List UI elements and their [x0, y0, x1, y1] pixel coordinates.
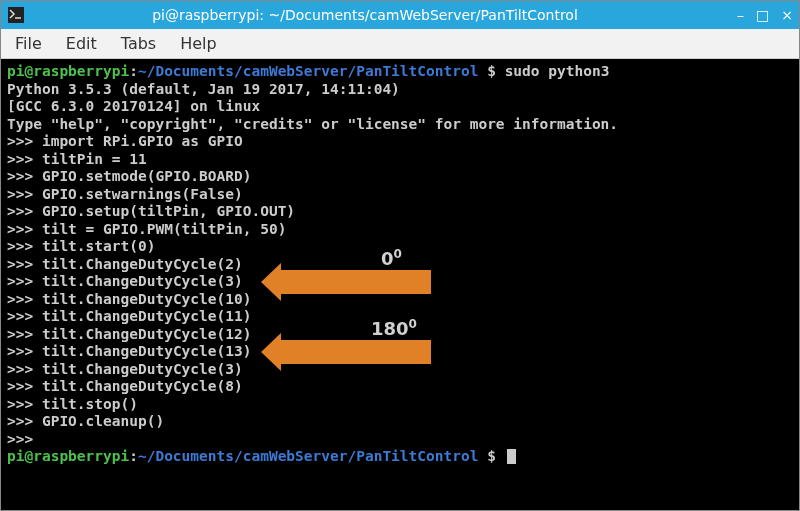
- terminal-line: [GCC 6.3.0 20170124] on linux: [7, 98, 793, 116]
- titlebar: pi@raspberrypi: ~/Documents/camWebServer…: [1, 1, 799, 29]
- terminal-line: >>>: [7, 431, 793, 449]
- menu-edit[interactable]: Edit: [56, 32, 107, 55]
- minimize-button[interactable]: –: [737, 7, 744, 23]
- terminal-line: >>> tilt.start(0): [7, 238, 793, 256]
- terminal-line: >>> tilt.ChangeDutyCycle(11): [7, 308, 793, 326]
- close-button[interactable]: ×: [781, 7, 793, 23]
- terminal-line: >>> import RPi.GPIO as GPIO: [7, 133, 793, 151]
- terminal-line: Type "help", "copyright", "credits" or "…: [7, 116, 793, 134]
- terminal-line: >>> tilt = GPIO.PWM(tiltPin, 50): [7, 221, 793, 239]
- terminal-line: >>> tilt.ChangeDutyCycle(10): [7, 291, 793, 309]
- terminal-line: >>> tilt.ChangeDutyCycle(12): [7, 326, 793, 344]
- terminal-line: >>> GPIO.setwarnings(False): [7, 186, 793, 204]
- terminal-line: >>> tilt.ChangeDutyCycle(8): [7, 378, 793, 396]
- menubar: File Edit Tabs Help: [1, 29, 799, 59]
- terminal-line: pi@raspberrypi:~/Documents/camWebServer/…: [7, 448, 793, 466]
- terminal-line: >>> GPIO.setmode(GPIO.BOARD): [7, 168, 793, 186]
- window-title: pi@raspberrypi: ~/Documents/camWebServer…: [0, 7, 737, 23]
- terminal-line: >>> tilt.stop(): [7, 396, 793, 414]
- terminal-line: pi@raspberrypi:~/Documents/camWebServer/…: [7, 63, 793, 81]
- terminal-line: >>> tiltPin = 11: [7, 151, 793, 169]
- terminal-line: >>> tilt.ChangeDutyCycle(2): [7, 256, 793, 274]
- maximize-button[interactable]: □: [756, 7, 769, 23]
- terminal-line: >>> GPIO.cleanup(): [7, 413, 793, 431]
- terminal-line: Python 3.5.3 (default, Jan 19 2017, 14:1…: [7, 81, 793, 99]
- menu-file[interactable]: File: [5, 32, 52, 55]
- menu-help[interactable]: Help: [170, 32, 226, 55]
- terminal-line: >>> tilt.ChangeDutyCycle(3): [7, 273, 793, 291]
- terminal-line: >>> tilt.ChangeDutyCycle(3): [7, 361, 793, 379]
- terminal-line: >>> tilt.ChangeDutyCycle(13): [7, 343, 793, 361]
- menu-tabs[interactable]: Tabs: [111, 32, 166, 55]
- terminal-area[interactable]: pi@raspberrypi:~/Documents/camWebServer/…: [1, 59, 799, 510]
- terminal-line: >>> GPIO.setup(tiltPin, GPIO.OUT): [7, 203, 793, 221]
